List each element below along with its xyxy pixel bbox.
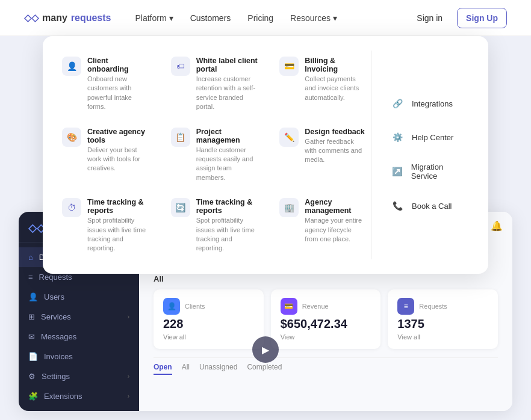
sidebar-item-label: Messages	[41, 332, 76, 341]
sidebar-item-label: Services	[41, 312, 71, 321]
stat-label: Revenue	[302, 303, 329, 310]
sidebar-icon: 🧩	[28, 392, 38, 401]
dropdown-item-text: White label client portal Increase custo…	[196, 57, 258, 112]
stat-link[interactable]: View	[281, 333, 371, 341]
nav-customers[interactable]: Customers	[183, 8, 238, 28]
sidebar-item-label: Settings	[42, 372, 70, 381]
logo-many: many	[42, 13, 67, 23]
stat-card-clients: 👤 Clients 228 View all	[154, 289, 264, 349]
stat-icon: ≡	[397, 298, 414, 315]
play-button[interactable]: ▶	[252, 336, 279, 363]
stat-value: 228	[163, 317, 254, 331]
side-icon: ⚙️	[389, 129, 406, 146]
sidebar-item-invoices[interactable]: 📄 Invoices	[19, 347, 139, 366]
dropdown-side-item[interactable]: 🔗 Integrations	[384, 89, 474, 118]
dropdown-item-text: Billing & Invoicing Collect payments and…	[305, 57, 367, 102]
nav-resources[interactable]: Resources ▾	[283, 8, 344, 28]
sidebar-icon: ≡	[28, 273, 33, 282]
dropdown-item-icon: ⏱	[62, 198, 81, 217]
sidebar-icon: ✉	[28, 332, 35, 341]
section-label: All	[154, 274, 498, 283]
dropdown-item[interactable]: 🔄 Time tracking & reports Spot profitabi…	[166, 192, 263, 259]
dropdown-side-item[interactable]: ↗️ Migration Service	[384, 156, 474, 187]
nav-right: Sign in Sign Up	[409, 8, 507, 28]
bottom-tab-completed[interactable]: Completed	[247, 363, 282, 375]
stat-icon: 👤	[163, 298, 180, 315]
dropdown-item[interactable]: 🏷 White label client portal Increase cus…	[166, 51, 263, 118]
dropdown-item-icon: 📋	[171, 128, 190, 147]
sidebar-item-extensions[interactable]: 🧩 Extensions ›	[19, 386, 139, 406]
stat-value: 1375	[397, 317, 488, 331]
dropdown-item[interactable]: 🏢 Agency management Manage your entire a…	[275, 192, 371, 259]
dropdown-item-text: Client onboarding Onboard new customers …	[87, 57, 149, 112]
bottom-tab-unassigned[interactable]: Unassigned	[199, 363, 237, 375]
dropdown-item-text: Project managemen Handle customer reques…	[196, 128, 258, 183]
stat-label: Requests	[419, 303, 447, 310]
sidebar-chevron-icon: ›	[128, 373, 129, 380]
dropdown-item-icon: 🏷	[171, 57, 190, 76]
signup-button[interactable]: Sign Up	[457, 8, 507, 28]
stat-card-revenue: 💳 Revenue $650,472.34 View	[271, 289, 381, 349]
side-icon: 📞	[389, 197, 406, 214]
bottom-tabs: OpenAllUnassignedCompleted	[154, 357, 498, 375]
sidebar-icon: 📄	[28, 352, 38, 361]
navbar: ◇◇ manyrequests Platform ▾ Customers Pri…	[0, 0, 531, 36]
platform-dropdown: 👤 Client onboarding Onboard new customer…	[43, 36, 488, 274]
dropdown-item[interactable]: ✏️ Design feedback Gather feedback with …	[275, 122, 371, 189]
dropdown-item-icon: 🏢	[279, 198, 299, 217]
logo-icon: ◇◇	[24, 12, 39, 23]
notification-icon[interactable]: 🔔	[491, 220, 503, 232]
sidebar-item-label: Extensions	[44, 392, 82, 401]
bottom-tab-open[interactable]: Open	[154, 363, 172, 375]
stat-label: Clients	[185, 303, 205, 310]
sidebar-icon: ⌂	[28, 253, 33, 262]
sidebar-icon: ⊞	[28, 312, 35, 321]
dropdown-item-text: Time tracking & reports Spot profitabili…	[87, 198, 149, 253]
sidebar-chevron-icon: ›	[128, 313, 129, 320]
dropdown-item-icon: 🎨	[62, 128, 81, 147]
dropdown-item[interactable]: 💳 Billing & Invoicing Collect payments a…	[275, 51, 371, 118]
sidebar-item-services[interactable]: ⊞ Services ›	[19, 307, 139, 327]
dropdown-item[interactable]: 🎨 Creative agency tools Deliver your bes…	[57, 122, 154, 189]
stat-link[interactable]: View all	[163, 333, 254, 341]
dropdown-item-text: Design feedback Gather feedback with com…	[305, 128, 367, 165]
nav-pricing[interactable]: Pricing	[240, 8, 281, 28]
sidebar-icon: 👤	[28, 292, 38, 301]
sidebar-item-label: Users	[44, 292, 64, 301]
dropdown-item-icon: 🔄	[171, 198, 190, 217]
sidebar-item-settings[interactable]: ⚙ Settings ›	[19, 366, 139, 386]
dropdown-item[interactable]: ⏱ Time tracking & reports Spot profitabi…	[57, 192, 154, 259]
dropdown-item[interactable]: 📋 Project managemen Handle customer requ…	[166, 122, 263, 189]
dropdown-side: 🔗 Integrations ⚙️ Help Center ↗️ Migrati…	[371, 51, 474, 259]
bottom-tab-all[interactable]: All	[182, 363, 190, 375]
signin-button[interactable]: Sign in	[409, 8, 450, 28]
stats-row: 👤 Clients 228 View all 💳 Revenue $650,47…	[154, 289, 498, 349]
sidebar-item-label: Invoices	[44, 352, 73, 361]
dropdown-item-text: Creative agency tools Deliver your best …	[87, 128, 149, 173]
dropdown-item[interactable]: 👤 Client onboarding Onboard new customer…	[57, 51, 154, 118]
sidebar-chevron-icon: ›	[128, 393, 129, 400]
logo[interactable]: ◇◇ manyrequests	[24, 12, 111, 23]
sidebar-icon: ⚙	[28, 372, 36, 381]
dropdown-item-icon: 👤	[62, 57, 81, 76]
dropdown-item-icon: ✏️	[279, 128, 299, 147]
dropdown-item-text: Agency management Manage your entire age…	[305, 198, 367, 244]
sidebar-item-label: Requests	[39, 273, 72, 282]
stat-card-requests: ≡ Requests 1375 View all	[388, 289, 498, 349]
side-icon: ↗️	[389, 163, 405, 180]
stat-link[interactable]: View all	[397, 333, 488, 341]
sidebar-item-messages[interactable]: ✉ Messages	[19, 327, 139, 347]
nav-links: Platform ▾ Customers Pricing Resources ▾	[128, 8, 410, 28]
nav-platform[interactable]: Platform ▾	[128, 8, 181, 28]
stat-value: $650,472.34	[281, 317, 371, 331]
dropdown-item-icon: 💳	[279, 57, 299, 76]
dropdown-side-item[interactable]: 📞 Book a Call	[384, 191, 474, 220]
dropdown-item-text: Time tracking & reports Spot profitabili…	[196, 198, 258, 253]
side-icon: 🔗	[389, 95, 406, 112]
stat-icon: 💳	[281, 298, 297, 315]
logo-requests: requests	[71, 13, 111, 23]
sidebar-item-users[interactable]: 👤 Users	[19, 287, 139, 307]
dropdown-main: 👤 Client onboarding Onboard new customer…	[57, 51, 371, 259]
dropdown-side-item[interactable]: ⚙️ Help Center	[384, 123, 474, 152]
